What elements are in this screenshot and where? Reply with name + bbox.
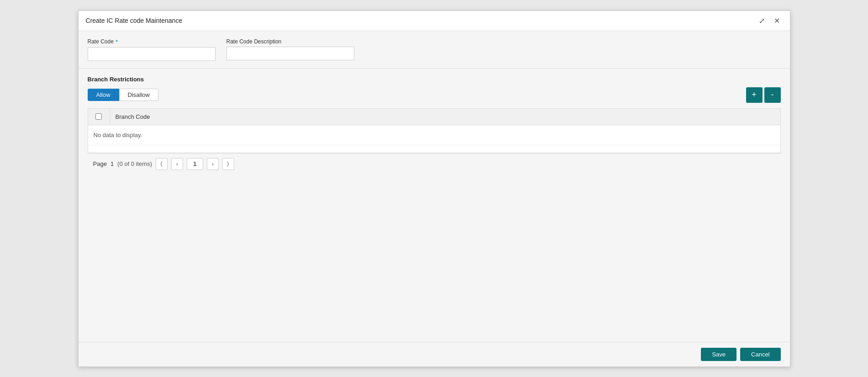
close-icon[interactable]: ✕ (771, 16, 783, 26)
no-data-message: No data to display. (88, 125, 780, 145)
branch-restrictions-section: Branch Restrictions Allow Disallow + - B (79, 69, 790, 182)
dialog-content: Rate Code * Rate Code Description Branch… (79, 31, 790, 342)
cancel-button[interactable]: Cancel (740, 348, 780, 361)
select-all-checkbox[interactable] (95, 113, 102, 120)
disallow-button[interactable]: Disallow (119, 89, 158, 101)
required-star: * (116, 38, 118, 45)
description-label: Rate Code Description (226, 38, 354, 45)
page-input[interactable] (187, 158, 203, 170)
rate-code-input[interactable] (88, 47, 216, 61)
header-checkbox-cell (88, 110, 110, 123)
add-branch-button[interactable]: + (746, 87, 763, 103)
description-field: Rate Code Description (226, 38, 354, 60)
first-page-button[interactable]: ⟨ (156, 158, 168, 170)
page-number-display: 1 (110, 160, 114, 167)
branch-controls-row: Allow Disallow + - (88, 87, 781, 103)
last-page-button[interactable]: ⟩ (222, 158, 234, 170)
prev-page-button[interactable]: ‹ (171, 158, 183, 170)
description-input[interactable] (226, 47, 354, 60)
rate-code-label: Rate Code * (88, 38, 216, 45)
remove-branch-button[interactable]: - (764, 87, 781, 103)
restore-icon[interactable]: ⤢ (756, 16, 768, 26)
page-items-info: (0 of 0 items) (117, 160, 152, 167)
next-page-button[interactable]: › (207, 158, 219, 170)
branch-restrictions-title: Branch Restrictions (88, 76, 781, 83)
dialog-container: Create IC Rate code Maintenance ⤢ ✕ Rate… (78, 11, 790, 367)
rate-code-field: Rate Code * (88, 38, 216, 61)
form-row: Rate Code * Rate Code Description (88, 38, 781, 61)
titlebar-actions: ⤢ ✕ (756, 16, 783, 26)
dialog-titlebar: Create IC Rate code Maintenance ⤢ ✕ (79, 11, 790, 31)
action-buttons: + - (746, 87, 781, 103)
save-button[interactable]: Save (701, 348, 736, 361)
grid-body: No data to display. (88, 125, 780, 153)
pagination-row: Page 1 (0 of 0 items) ⟨ ‹ › ⟩ (88, 153, 781, 175)
dialog-title: Create IC Rate code Maintenance (86, 17, 183, 24)
page-label: Page (93, 160, 107, 167)
form-section: Rate Code * Rate Code Description (79, 31, 790, 69)
dialog-footer: Save Cancel (79, 342, 790, 366)
allow-button[interactable]: Allow (88, 89, 119, 101)
branch-grid: Branch Code No data to display. (88, 108, 781, 153)
branch-code-header: Branch Code (110, 110, 780, 124)
allow-disallow-toggle: Allow Disallow (88, 89, 158, 101)
grid-header: Branch Code (88, 109, 780, 125)
